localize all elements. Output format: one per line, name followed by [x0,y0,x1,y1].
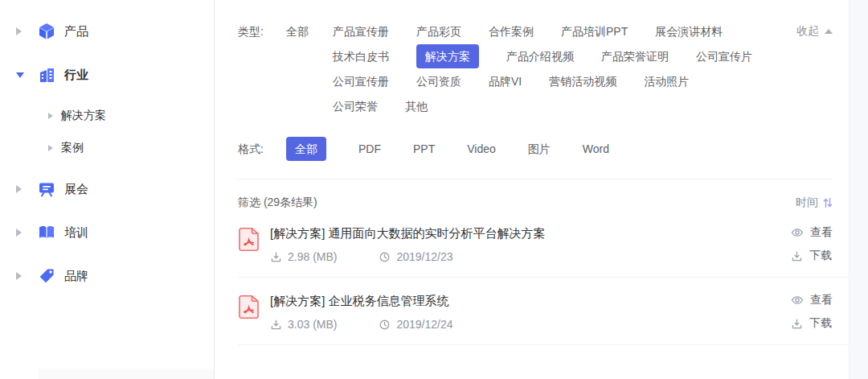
type-filter-label: 类型: [238,23,275,122]
format-chip[interactable]: PPT [413,140,435,158]
sidebar-scrollbar-track[interactable] [39,369,214,379]
type-chip-rows: 产品宣传册 产品彩页 合作案例 产品培训PPT 展会演讲材料 技术白皮书 解决方… [333,23,849,122]
type-chip[interactable]: 产品介绍视频 [506,47,574,65]
type-chip[interactable]: 公司资质 [416,72,461,90]
pdf-file-icon [238,227,260,252]
file-actions: 查看 下载 [791,293,833,331]
type-chip[interactable]: 其他 [405,97,428,115]
chevron-right-icon [48,145,53,151]
type-chip[interactable]: 产品荣誉证明 [601,47,669,65]
download-tray-icon [791,250,803,262]
results-summary: 筛选 (29条结果) [238,196,317,210]
category-sidebar: 产品 行业 解决方案 案例 [0,0,215,379]
chevron-right-icon [48,113,53,119]
chevron-up-icon [825,29,833,34]
sidebar-item-label: 产品 [64,24,88,39]
eye-icon [791,294,804,307]
view-button[interactable]: 查看 [791,225,833,240]
file-size: 3.03 (MB) [270,318,337,331]
sidebar-item-industry[interactable]: 行业 [0,56,214,93]
main-content: 类型: 全部 产品宣传册 产品彩页 合作案例 产品培训PPT 展会演讲材料 技术… [215,0,849,379]
sidebar-item-products[interactable]: 产品 [0,13,214,50]
clock-icon [379,319,391,331]
file-meta: 3.03 (MB) 2019/12/24 [270,318,791,331]
results-header: 筛选 (29条结果) 时间 [238,196,833,210]
book-icon [37,223,56,242]
format-chip[interactable]: Video [467,140,496,158]
collapse-button[interactable]: 收起 [796,24,833,39]
pdf-file-icon [238,295,260,319]
chevron-right-icon [16,27,27,35]
file-date: 2019/12/23 [379,250,452,263]
sidebar-item-cases[interactable]: 案例 [0,132,214,164]
chevron-right-icon [16,185,27,193]
format-chip-selected[interactable]: 全部 [286,137,326,161]
type-chip[interactable]: 品牌VI [489,72,522,90]
type-chip[interactable]: 营销活动视频 [549,72,616,90]
chevron-down-icon [16,72,27,78]
file-title[interactable]: [解决方案] 通用面向大数据的实时分析平台解决方案 [270,225,791,241]
building-icon [37,65,56,84]
format-chip[interactable]: Word [583,140,609,158]
divider [238,179,833,179]
type-chip[interactable]: 技术白皮书 [333,47,389,65]
download-label: 下载 [809,249,832,263]
clock-icon [379,251,391,263]
sidebar-item-label: 行业 [64,68,88,83]
download-button[interactable]: 下载 [791,316,833,331]
sidebar-item-label: 品牌 [64,269,88,284]
download-button[interactable]: 下载 [791,249,833,263]
cube-icon [37,22,56,41]
sort-by-time-button[interactable]: 时间 [796,196,833,210]
format-chip[interactable]: 图片 [528,140,551,158]
view-button[interactable]: 查看 [791,293,833,307]
file-size-text: 3.03 (MB) [288,318,337,331]
sidebar-item-solutions[interactable]: 解决方案 [0,100,214,132]
format-chip[interactable]: PDF [358,140,381,158]
sidebar-subitem-label: 解决方案 [61,109,106,123]
type-chip[interactable]: 产品培训PPT [561,23,628,40]
industry-sub-list: 解决方案 案例 [0,100,214,164]
download-label: 下载 [809,316,832,331]
type-chip[interactable]: 公司宣传册 [333,72,389,90]
file-date-text: 2019/12/24 [396,318,452,331]
type-chip[interactable]: 活动照片 [644,72,689,90]
type-chip-all[interactable]: 全部 [275,23,333,122]
file-size-text: 2.98 (MB) [288,250,337,263]
type-filter: 类型: 全部 产品宣传册 产品彩页 合作案例 产品培训PPT 展会演讲材料 技术… [238,23,849,122]
sidebar-item-exhibition[interactable]: 展会 [0,171,214,208]
sidebar-subitem-label: 案例 [61,141,84,155]
type-chip[interactable]: 公司宣传片 [696,47,752,65]
type-chip[interactable]: 合作案例 [489,23,534,40]
type-chip[interactable]: 公司荣誉 [333,97,378,115]
file-info: [解决方案] 通用面向大数据的实时分析平台解决方案 2.98 (MB) [270,225,791,263]
sidebar-item-label: 培训 [64,225,88,241]
file-title[interactable]: [解决方案] 企业税务信息管理系统 [270,293,791,309]
sidebar-item-training[interactable]: 培训 [0,214,214,251]
download-tray-icon [791,318,803,330]
sidebar-item-label: 展会 [64,182,88,197]
download-tray-icon [270,319,282,331]
booth-icon [37,179,56,199]
file-actions: 查看 下载 [791,225,833,263]
format-filter-label: 格式: [238,140,275,158]
file-size: 2.98 (MB) [270,250,337,263]
collapse-label: 收起 [796,24,819,39]
file-date-text: 2019/12/23 [396,250,452,263]
table-row: [解决方案] 通用面向大数据的实时分析平台解决方案 2.98 (MB) [238,210,849,278]
file-date: 2019/12/24 [379,318,452,331]
chevron-right-icon [16,229,27,237]
chevron-right-icon [16,272,27,280]
table-row: [解决方案] 企业税务信息管理系统 3.03 (MB) [238,278,849,345]
eye-icon [791,226,804,239]
sidebar-item-brand[interactable]: 品牌 [0,257,214,295]
type-chip-selected[interactable]: 解决方案 [416,44,479,68]
page-scrollbar-track[interactable] [849,0,868,379]
view-label: 查看 [810,225,833,240]
file-info: [解决方案] 企业税务信息管理系统 3.03 (MB) [270,293,791,331]
type-chip[interactable]: 产品宣传册 [333,23,389,40]
view-label: 查看 [810,293,833,307]
format-chip-row: 全部 PDF PPT Video 图片 Word [275,140,609,158]
type-chip[interactable]: 展会演讲材料 [655,23,723,40]
type-chip[interactable]: 产品彩页 [416,23,461,40]
